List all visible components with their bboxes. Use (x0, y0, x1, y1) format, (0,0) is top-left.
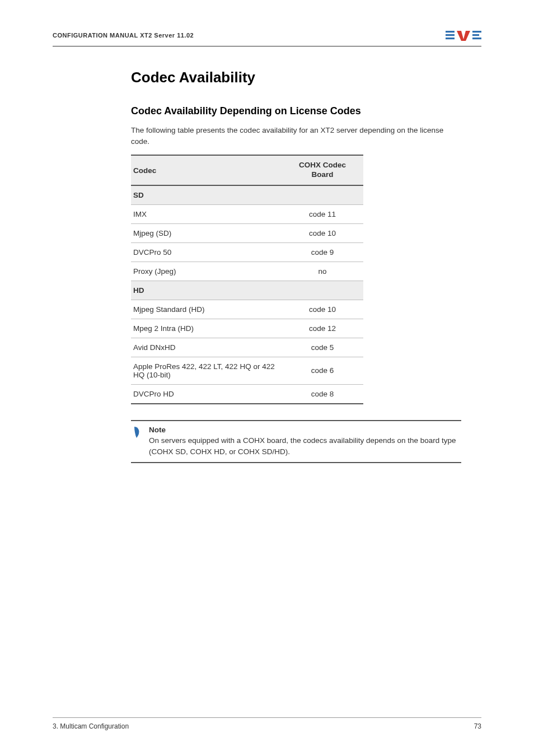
cell-board: code 10 (285, 223, 363, 242)
svg-rect-2 (446, 38, 455, 39)
cell-board: code 9 (285, 242, 363, 262)
cell-codec: Proxy (Jpeg) (131, 262, 285, 281)
note-icon (132, 424, 143, 458)
svg-rect-0 (446, 31, 455, 32)
cell-board: code 6 (285, 357, 363, 384)
cell-codec: Avid DNxHD (131, 338, 285, 357)
table-row: Mjpeg Standard (HD)code 10 (131, 300, 363, 319)
note-rule-bottom (131, 462, 461, 463)
table-row: DVCPro HDcode 8 (131, 384, 363, 404)
cell-board: code 5 (285, 338, 363, 357)
note-body-text: On servers equipped with a COHX board, t… (149, 436, 456, 456)
cell-board: code 10 (285, 300, 363, 319)
cell-codec: IMX (131, 204, 285, 223)
footer-section: 3. Multicam Configuration (53, 722, 129, 730)
codec-table: Codec COHX Codec Board SDIMXcode 11Mjpeg… (131, 155, 363, 404)
footer-rule (53, 717, 481, 718)
cell-codec: Mjpeg Standard (HD) (131, 300, 285, 319)
page-content: Codec Availability Codec Availability De… (53, 46, 481, 463)
table-group-row: HD (131, 281, 363, 300)
footer-page-number: 73 (474, 722, 481, 730)
page-header: CONFIGURATION MANUAL XT2 Server 11.02 (53, 29, 481, 45)
col-header-codec: Codec (131, 155, 285, 185)
cell-board: code 8 (285, 384, 363, 404)
table-group-label: HD (131, 281, 363, 300)
evs-logo (446, 29, 481, 41)
cell-board: no (285, 262, 363, 281)
table-row: Mpeg 2 Intra (HD)code 12 (131, 319, 363, 338)
header-title: CONFIGURATION MANUAL XT2 Server 11.02 (53, 32, 194, 39)
svg-rect-4 (472, 31, 481, 32)
cell-board: code 11 (285, 204, 363, 223)
cell-board: code 12 (285, 319, 363, 338)
note-text: Note On servers equipped with a COHX boa… (149, 424, 460, 458)
table-header-row: Codec COHX Codec Board (131, 155, 363, 185)
svg-rect-5 (472, 34, 479, 36)
col-header-board: COHX Codec Board (285, 155, 363, 185)
evs-logo-icon (446, 29, 481, 41)
table-row: Avid DNxHDcode 5 (131, 338, 363, 357)
svg-rect-1 (446, 34, 455, 36)
table-row: IMXcode 11 (131, 204, 363, 223)
note-block: Note On servers equipped with a COHX boa… (131, 420, 461, 463)
table-row: DVCPro 50code 9 (131, 242, 363, 262)
table-row: Proxy (Jpeg)no (131, 262, 363, 281)
cell-codec: Apple ProRes 422, 422 LT, 422 HQ or 422 … (131, 357, 285, 384)
table-group-row: SD (131, 185, 363, 205)
cell-codec: DVCPro 50 (131, 242, 285, 262)
cell-codec: Mpeg 2 Intra (HD) (131, 319, 285, 338)
page-footer: 3. Multicam Configuration 73 (53, 717, 481, 730)
section-subtitle: Codec Availability Depending on License … (131, 105, 476, 117)
table-group-label: SD (131, 185, 363, 205)
svg-rect-6 (472, 38, 481, 39)
cell-codec: Mjpeg (SD) (131, 223, 285, 242)
svg-marker-3 (457, 31, 470, 41)
intro-paragraph: The following table presents the codec a… (131, 125, 461, 147)
note-label: Note (149, 424, 460, 436)
table-row: Mjpeg (SD)code 10 (131, 223, 363, 242)
cell-codec: DVCPro HD (131, 384, 285, 404)
table-row: Apple ProRes 422, 422 LT, 422 HQ or 422 … (131, 357, 363, 384)
page-title: Codec Availability (131, 69, 476, 86)
